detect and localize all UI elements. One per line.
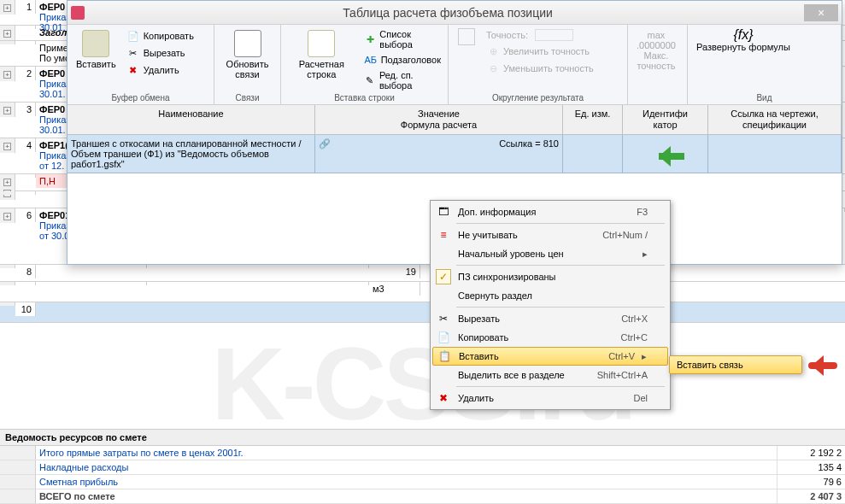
menu-collapse[interactable]: Свернуть раздел [432, 286, 668, 305]
copy-button[interactable]: 📄Копировать [125, 28, 196, 44]
menu-info[interactable]: 🗔Доп. информацияF3 [432, 202, 668, 221]
cut-icon: ✂ [126, 46, 140, 60]
summary-value: 2 407 3 [777, 489, 845, 503]
link[interactable]: от 12. [39, 161, 64, 171]
group-label: Вставка строки [286, 91, 443, 103]
paste-button[interactable]: Вставить [73, 28, 120, 91]
code: ФЕР0 [39, 2, 65, 12]
summary-header[interactable]: Ведомость ресурсов по смете [0, 429, 845, 446]
expand-icon[interactable]: + [3, 4, 11, 12]
row-num: 6 [15, 208, 36, 222]
decrease-precision-button: ⊖Уменьшить точность [484, 61, 596, 76]
col-value[interactable]: Значение Формула расчета [315, 105, 563, 134]
summary-item[interactable]: Сметная прибыль [36, 475, 777, 489]
code: ФЕР0 [39, 104, 65, 114]
choice-list-button[interactable]: ✚Список выбора [362, 28, 443, 50]
paste-icon [82, 30, 109, 57]
group-label: Буфер обмена [73, 91, 208, 103]
col-unit[interactable]: Ед. изм. [563, 105, 623, 134]
list-icon: ✚ [364, 32, 377, 46]
link[interactable]: Приказ [39, 114, 70, 125]
grid-header: Наименование Значение Формула расчета Ед… [67, 105, 842, 135]
code: ФЕР1( [39, 140, 68, 150]
link[interactable]: 30.01. [39, 125, 66, 135]
cell-value[interactable]: 🔗Ссылка = 810 [315, 135, 563, 173]
paste-icon: 📋 [437, 349, 452, 364]
col-name[interactable]: Наименование [67, 105, 315, 134]
fx-icon: {fx} [733, 30, 753, 40]
edit-list-button[interactable]: ✎Ред. сп. выбора [362, 69, 443, 91]
link[interactable]: 30.01. [39, 89, 66, 99]
summary-value: 79 6 [777, 475, 845, 489]
edit-icon: ✎ [364, 73, 376, 87]
link[interactable]: Приказ [39, 150, 70, 161]
header-icon: AБ [364, 53, 378, 67]
increase-precision-button: ⊕Увеличить точность [484, 44, 596, 59]
app-icon [71, 6, 85, 20]
strike-icon: ≡ [436, 227, 451, 243]
row-num: 2 [15, 67, 36, 80]
delete-icon: ✖ [436, 390, 451, 406]
summary-total: ВСЕГО по смете [36, 489, 777, 503]
delete-button[interactable]: ✖Удалить [125, 62, 196, 78]
decimal-icon [458, 28, 475, 45]
titlebar[interactable]: Таблица расчета физобъема позиции × [67, 1, 842, 25]
calc-row-button[interactable]: Расчетная строка [286, 28, 357, 91]
menu-delete[interactable]: ✖УдалитьDel [432, 389, 668, 407]
expand-icon[interactable]: + [3, 107, 11, 114]
red-arrow-annotation [801, 355, 842, 376]
row-num: 8 [15, 265, 36, 278]
link-icon: 🔗 [319, 138, 331, 149]
menu-paste[interactable]: 📋ВставитьCtrl+V▸ [432, 347, 668, 366]
row-num: 1 [15, 0, 36, 14]
summary-item[interactable]: Накладные расходы [36, 460, 777, 474]
refresh-links-button[interactable]: Обновить связи [220, 28, 275, 91]
menu-baselevel[interactable]: Начальный уровень цен▸ [432, 244, 668, 263]
max-precision-button: max.0000000Макс.точность [633, 28, 679, 91]
refresh-icon [234, 30, 261, 57]
expand-icon[interactable]: + [3, 213, 11, 220]
menu-sync[interactable]: ✓ПЗ синхронизированы [432, 267, 668, 286]
expand-icon[interactable]: + [3, 179, 11, 186]
row-num: 3 [15, 103, 36, 116]
expand-icon[interactable]: + [3, 30, 11, 38]
summary-value: 2 192 2 [777, 446, 845, 460]
submenu-paste-link[interactable]: Вставить связь [669, 355, 802, 374]
chevron-right-icon: ▸ [642, 351, 647, 362]
col-ref[interactable]: Ссылка на чертежи, спецификации [708, 105, 842, 134]
copy-icon: 📄 [436, 330, 451, 345]
decrease-icon: ⊖ [486, 62, 500, 75]
grid-row-selected[interactable]: Траншея с откосами на спланированной мес… [67, 135, 842, 173]
cell-name[interactable]: Траншея с откосами на спланированной мес… [67, 135, 315, 173]
cut-icon: ✂ [436, 311, 451, 326]
close-button[interactable]: × [804, 4, 838, 21]
green-arrow-annotation [648, 146, 691, 167]
expand-icon[interactable]: + [3, 143, 11, 150]
expand-formulas-button[interactable]: {fx}Развернуть формулы [693, 28, 794, 91]
increase-icon: ⊕ [486, 44, 500, 58]
precision-label: Точность: [484, 28, 596, 42]
context-menu: 🗔Доп. информацияF3 ≡Не учитыватьCtrl+Num… [430, 200, 671, 410]
menu-ignore[interactable]: ≡Не учитыватьCtrl+Num / [432, 226, 668, 244]
window-title: Таблица расчета физобъема позиции [91, 6, 804, 20]
text: Приме [39, 43, 68, 53]
subheader-button[interactable]: AБПодзаголовок [362, 52, 443, 67]
menu-selectall[interactable]: Выделить все в разделеShift+Ctrl+A [432, 366, 668, 384]
group-label: Округление результата [454, 91, 622, 103]
expand-icon[interactable]: + [3, 71, 11, 79]
copy-icon: 📄 [126, 29, 140, 43]
cut-button[interactable]: ✂Вырезать [125, 45, 196, 61]
group-label: Связи [220, 91, 275, 103]
info-icon: 🗔 [436, 204, 451, 220]
link[interactable]: Приказ [39, 12, 70, 22]
unit: м3 [369, 282, 420, 296]
summary-item[interactable]: Итого прямые затраты по смете в ценах 20… [36, 446, 777, 460]
col-id[interactable]: Идентифи катор [623, 105, 708, 134]
menu-cut[interactable]: ✂ВырезатьCtrl+X [432, 309, 668, 328]
table-icon [308, 30, 335, 57]
menu-copy[interactable]: 📄КопироватьCtrl+C [432, 328, 668, 347]
row-num: 10 [15, 302, 36, 316]
value: 19 [369, 265, 420, 278]
code: ФЕР0 [39, 68, 65, 79]
link[interactable]: Приказ [39, 79, 70, 89]
